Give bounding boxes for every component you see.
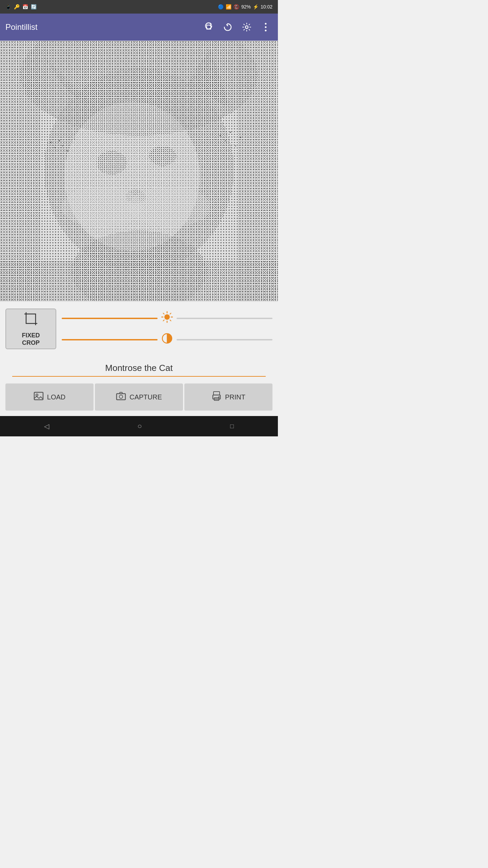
crop-rotate-button[interactable] [202,20,216,34]
bluetooth-icon: 🔵 [218,4,224,9]
home-button[interactable]: ○ [137,422,142,431]
load-label: LOAD [47,393,65,401]
battery-text: 92% [241,4,251,9]
svg-rect-38 [26,314,36,323]
svg-rect-50 [34,392,43,400]
bottom-buttons: LOAD CAPTURE PRINT [0,383,278,416]
status-bar-right: 🔵 📶 📵 92% ⚡ 10:02 [218,4,272,9]
contrast-slider-row [62,332,272,347]
svg-line-45 [170,320,171,321]
svg-rect-52 [117,394,125,400]
load-button[interactable]: LOAD [5,383,94,411]
sun-icon [161,311,173,326]
svg-point-1 [245,26,248,28]
contrast-track-right [177,339,272,340]
svg-point-57 [218,396,220,398]
clock: 10:02 [261,4,272,9]
svg-point-39 [164,314,170,320]
battery-icon: ⚡ [253,4,259,9]
contrast-track-left [62,339,158,340]
wifi-icon: 📶 [226,4,231,9]
controls-row: FIXED CROP [5,309,272,349]
back-button[interactable]: ◁ [44,422,49,430]
fixed-crop-button[interactable]: FIXED CROP [5,309,56,349]
capture-button[interactable]: CAPTURE [95,383,183,411]
caption-container: Montrose the Cat [0,357,278,377]
svg-point-3 [265,26,267,28]
contrast-icon [161,332,173,347]
svg-point-2 [265,23,267,25]
capture-label: CAPTURE [129,393,162,401]
signal-off-icon: 📵 [233,4,239,9]
brightness-track-left [62,318,158,319]
fixed-crop-label: FIXED CROP [22,332,40,347]
svg-point-4 [265,30,267,32]
settings-button[interactable] [240,20,253,34]
sim-icon: 📱 [5,4,11,9]
app-bar-icons [202,20,272,34]
svg-rect-54 [214,392,220,395]
more-button[interactable] [259,20,272,34]
app-bar: Pointillist [0,14,278,41]
crop-icon [23,311,38,329]
nav-bar: ◁ ○ □ [0,416,278,436]
pointillist-image [0,41,278,302]
status-bar-left: 📱 🔑 📅 🔄 [5,4,37,9]
sliders-container [62,311,272,347]
controls-area: FIXED CROP [0,302,278,355]
camera-icon [116,391,126,403]
svg-line-44 [163,313,164,314]
print-icon [211,391,222,403]
print-button[interactable]: PRINT [184,383,272,411]
recents-button[interactable]: □ [230,423,234,430]
calendar-icon: 📅 [22,4,28,9]
brightness-slider-row [62,311,272,326]
svg-point-51 [36,394,38,396]
caption-area[interactable]: Montrose the Cat [12,357,266,377]
brightness-track-right [177,318,272,319]
caption-text: Montrose the Cat [19,363,259,373]
status-bar: 📱 🔑 📅 🔄 🔵 📶 📵 92% ⚡ 10:02 [0,0,278,14]
print-label: PRINT [225,393,245,401]
load-icon [34,391,44,403]
sync-icon: 🔄 [31,4,37,9]
key-icon: 🔑 [14,4,20,9]
svg-point-53 [119,395,123,398]
svg-line-47 [170,313,171,314]
refresh-button[interactable] [221,20,235,34]
app-title: Pointillist [5,22,198,32]
image-area [0,41,278,302]
svg-line-46 [163,320,164,321]
svg-rect-37 [0,41,278,302]
